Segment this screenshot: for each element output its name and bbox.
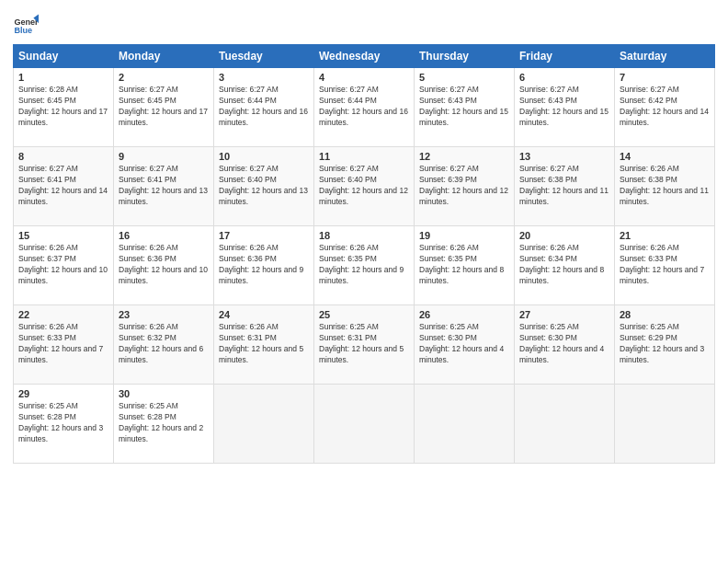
calendar-header-wednesday: Wednesday	[314, 45, 415, 68]
day-detail: Sunrise: 6:26 AMSunset: 6:33 PMDaylight:…	[620, 243, 710, 287]
day-detail: Sunrise: 6:27 AMSunset: 6:43 PMDaylight:…	[419, 85, 509, 129]
calendar-cell: 22Sunrise: 6:26 AMSunset: 6:33 PMDayligh…	[14, 305, 114, 385]
calendar-header-tuesday: Tuesday	[214, 45, 314, 68]
day-number: 27	[519, 309, 609, 320]
day-number: 8	[18, 151, 108, 162]
day-detail: Sunrise: 6:25 AMSunset: 6:28 PMDaylight:…	[119, 401, 209, 445]
day-detail: Sunrise: 6:27 AMSunset: 6:43 PMDaylight:…	[519, 85, 609, 129]
day-number: 26	[419, 309, 509, 320]
calendar-cell: 6Sunrise: 6:27 AMSunset: 6:43 PMDaylight…	[515, 68, 615, 147]
day-number: 16	[119, 230, 209, 241]
calendar-header-saturday: Saturday	[615, 45, 715, 68]
calendar-cell: 3Sunrise: 6:27 AMSunset: 6:44 PMDaylight…	[214, 68, 314, 147]
day-number: 9	[119, 151, 209, 162]
calendar-cell	[214, 385, 314, 464]
calendar-cell	[615, 385, 715, 464]
calendar-week-4: 22Sunrise: 6:26 AMSunset: 6:33 PMDayligh…	[14, 305, 715, 385]
calendar-cell: 16Sunrise: 6:26 AMSunset: 6:36 PMDayligh…	[114, 226, 214, 305]
day-detail: Sunrise: 6:27 AMSunset: 6:41 PMDaylight:…	[119, 164, 209, 208]
day-detail: Sunrise: 6:27 AMSunset: 6:42 PMDaylight:…	[620, 85, 710, 129]
calendar-cell	[314, 385, 415, 464]
day-detail: Sunrise: 6:27 AMSunset: 6:38 PMDaylight:…	[519, 164, 609, 208]
day-number: 12	[419, 151, 509, 162]
calendar-cell: 27Sunrise: 6:25 AMSunset: 6:30 PMDayligh…	[515, 305, 615, 385]
day-number: 23	[119, 309, 209, 320]
day-number: 22	[18, 309, 108, 320]
day-detail: Sunrise: 6:26 AMSunset: 6:31 PMDaylight:…	[219, 322, 309, 366]
day-detail: Sunrise: 6:27 AMSunset: 6:45 PMDaylight:…	[119, 85, 209, 129]
calendar-cell: 7Sunrise: 6:27 AMSunset: 6:42 PMDaylight…	[615, 68, 715, 147]
calendar-cell: 18Sunrise: 6:26 AMSunset: 6:35 PMDayligh…	[314, 226, 415, 305]
day-number: 28	[620, 309, 710, 320]
calendar-cell: 23Sunrise: 6:26 AMSunset: 6:32 PMDayligh…	[114, 305, 214, 385]
calendar-cell: 1Sunrise: 6:28 AMSunset: 6:45 PMDaylight…	[14, 68, 114, 147]
day-number: 24	[219, 309, 309, 320]
day-number: 5	[419, 72, 509, 83]
day-detail: Sunrise: 6:27 AMSunset: 6:44 PMDaylight:…	[319, 85, 409, 129]
logo-icon: General Blue	[13, 13, 39, 39]
day-number: 3	[219, 72, 309, 83]
day-detail: Sunrise: 6:25 AMSunset: 6:31 PMDaylight:…	[319, 322, 409, 366]
day-number: 25	[319, 309, 409, 320]
calendar-cell: 17Sunrise: 6:26 AMSunset: 6:36 PMDayligh…	[214, 226, 314, 305]
day-detail: Sunrise: 6:26 AMSunset: 6:33 PMDaylight:…	[18, 322, 108, 366]
calendar-cell: 2Sunrise: 6:27 AMSunset: 6:45 PMDaylight…	[114, 68, 214, 147]
calendar-header-friday: Friday	[515, 45, 615, 68]
day-number: 4	[319, 72, 409, 83]
calendar-cell: 8Sunrise: 6:27 AMSunset: 6:41 PMDaylight…	[14, 147, 114, 226]
calendar-cell: 25Sunrise: 6:25 AMSunset: 6:31 PMDayligh…	[314, 305, 415, 385]
day-detail: Sunrise: 6:27 AMSunset: 6:39 PMDaylight:…	[419, 164, 509, 208]
day-detail: Sunrise: 6:25 AMSunset: 6:30 PMDaylight:…	[519, 322, 609, 366]
day-detail: Sunrise: 6:26 AMSunset: 6:38 PMDaylight:…	[620, 164, 710, 208]
calendar-cell: 10Sunrise: 6:27 AMSunset: 6:40 PMDayligh…	[214, 147, 314, 226]
calendar-cell: 29Sunrise: 6:25 AMSunset: 6:28 PMDayligh…	[14, 385, 114, 464]
day-detail: Sunrise: 6:26 AMSunset: 6:35 PMDaylight:…	[419, 243, 509, 287]
calendar-cell: 15Sunrise: 6:26 AMSunset: 6:37 PMDayligh…	[14, 226, 114, 305]
day-number: 20	[519, 230, 609, 241]
day-number: 7	[620, 72, 710, 83]
day-detail: Sunrise: 6:25 AMSunset: 6:30 PMDaylight:…	[419, 322, 509, 366]
day-number: 18	[319, 230, 409, 241]
calendar-cell: 9Sunrise: 6:27 AMSunset: 6:41 PMDaylight…	[114, 147, 214, 226]
day-number: 30	[119, 388, 209, 399]
header: General Blue	[13, 9, 715, 39]
day-detail: Sunrise: 6:26 AMSunset: 6:36 PMDaylight:…	[219, 243, 309, 287]
day-number: 2	[119, 72, 209, 83]
day-number: 14	[620, 151, 710, 162]
calendar-cell: 28Sunrise: 6:25 AMSunset: 6:29 PMDayligh…	[615, 305, 715, 385]
day-number: 19	[419, 230, 509, 241]
calendar-week-5: 29Sunrise: 6:25 AMSunset: 6:28 PMDayligh…	[14, 385, 715, 464]
calendar-cell: 4Sunrise: 6:27 AMSunset: 6:44 PMDaylight…	[314, 68, 415, 147]
day-number: 21	[620, 230, 710, 241]
calendar-cell: 30Sunrise: 6:25 AMSunset: 6:28 PMDayligh…	[114, 385, 214, 464]
day-detail: Sunrise: 6:25 AMSunset: 6:28 PMDaylight:…	[18, 401, 108, 445]
calendar-cell: 5Sunrise: 6:27 AMSunset: 6:43 PMDaylight…	[415, 68, 515, 147]
calendar-cell: 12Sunrise: 6:27 AMSunset: 6:39 PMDayligh…	[415, 147, 515, 226]
day-detail: Sunrise: 6:26 AMSunset: 6:34 PMDaylight:…	[519, 243, 609, 287]
calendar-cell: 20Sunrise: 6:26 AMSunset: 6:34 PMDayligh…	[515, 226, 615, 305]
day-detail: Sunrise: 6:26 AMSunset: 6:32 PMDaylight:…	[119, 322, 209, 366]
calendar-cell	[415, 385, 515, 464]
calendar-header-monday: Monday	[114, 45, 214, 68]
day-detail: Sunrise: 6:27 AMSunset: 6:41 PMDaylight:…	[18, 164, 108, 208]
logo: General Blue	[13, 13, 39, 39]
page: General Blue SundayMondayTuesdayWednesda…	[0, 0, 728, 563]
day-number: 29	[18, 388, 108, 399]
day-number: 17	[219, 230, 309, 241]
calendar-cell: 19Sunrise: 6:26 AMSunset: 6:35 PMDayligh…	[415, 226, 515, 305]
calendar-cell: 11Sunrise: 6:27 AMSunset: 6:40 PMDayligh…	[314, 147, 415, 226]
day-detail: Sunrise: 6:26 AMSunset: 6:36 PMDaylight:…	[119, 243, 209, 287]
calendar-cell: 21Sunrise: 6:26 AMSunset: 6:33 PMDayligh…	[615, 226, 715, 305]
day-number: 6	[519, 72, 609, 83]
day-number: 15	[18, 230, 108, 241]
calendar: SundayMondayTuesdayWednesdayThursdayFrid…	[13, 44, 715, 464]
calendar-week-2: 8Sunrise: 6:27 AMSunset: 6:41 PMDaylight…	[14, 147, 715, 226]
calendar-week-1: 1Sunrise: 6:28 AMSunset: 6:45 PMDaylight…	[14, 68, 715, 147]
day-number: 13	[519, 151, 609, 162]
calendar-header-row: SundayMondayTuesdayWednesdayThursdayFrid…	[14, 45, 715, 68]
day-detail: Sunrise: 6:27 AMSunset: 6:44 PMDaylight:…	[219, 85, 309, 129]
calendar-cell	[515, 385, 615, 464]
day-number: 10	[219, 151, 309, 162]
calendar-cell: 14Sunrise: 6:26 AMSunset: 6:38 PMDayligh…	[615, 147, 715, 226]
svg-text:Blue: Blue	[14, 26, 32, 35]
